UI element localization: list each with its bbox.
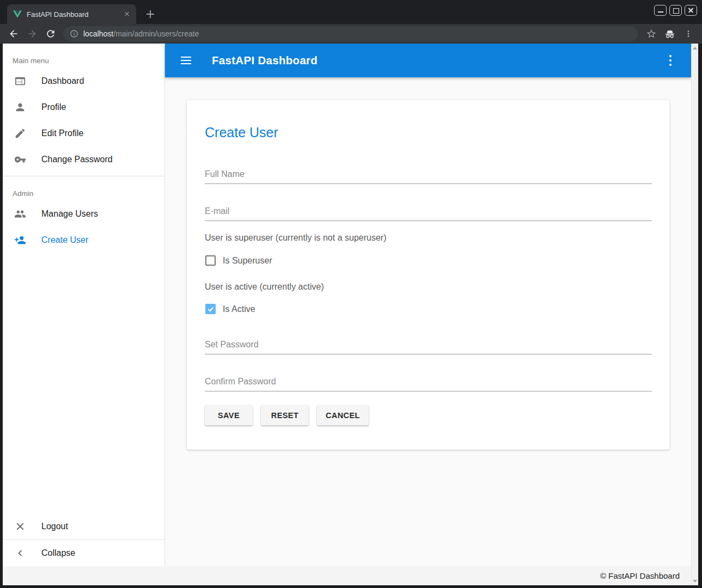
checkbox-checked-icon — [205, 304, 216, 314]
app-menu-button[interactable] — [664, 54, 677, 67]
reload-icon — [45, 28, 56, 39]
sidebar: Main menu Dashboard Profile Edit Profile — [3, 44, 165, 566]
active-hint: User is active (currently active) — [205, 282, 652, 292]
sidebar-item-create-user[interactable]: Create User — [3, 227, 164, 253]
sidebar-item-label: Collapse — [41, 548, 75, 558]
site-info-icon[interactable] — [70, 29, 78, 38]
checkbox-unchecked-icon — [205, 255, 216, 266]
tab-title: FastAPI Dashboard — [27, 10, 122, 19]
web-icon — [14, 75, 27, 88]
checkbox-label: Is Active — [223, 304, 255, 314]
email-field[interactable] — [205, 205, 652, 221]
tab-close-icon[interactable] — [122, 9, 132, 19]
sidebar-item-edit-profile[interactable]: Edit Profile — [3, 120, 164, 146]
sidebar-item-label: Dashboard — [41, 76, 84, 86]
incognito-icon — [664, 28, 676, 40]
browser-tab[interactable]: FastAPI Dashboard — [7, 4, 136, 24]
create-user-card: Create User User is superuser (currently… — [187, 100, 669, 450]
main-content: Create User User is superuser (currently… — [165, 77, 691, 566]
sidebar-item-label: Change Password — [41, 155, 113, 164]
scroll-down-arrow-icon[interactable] — [692, 578, 698, 584]
checkbox-label: Is Superuser — [223, 256, 272, 266]
set-password-field[interactable] — [205, 338, 652, 354]
pencil-icon — [14, 127, 27, 140]
sidebar-item-change-password[interactable]: Change Password — [3, 146, 164, 173]
page-title: Create User — [205, 124, 652, 140]
sidebar-item-profile[interactable]: Profile — [3, 94, 164, 120]
sidebar-bottom: Logout Collapse — [3, 513, 164, 566]
sidebar-item-label: Profile — [41, 102, 66, 112]
key-icon — [14, 153, 27, 166]
window-controls — [654, 5, 697, 16]
tab-strip: FastAPI Dashboard — [0, 0, 702, 24]
browser-toolbar: localhost/main/admin/users/create — [0, 24, 702, 44]
vue-favicon-icon — [13, 10, 22, 18]
sidebar-item-collapse[interactable]: Collapse — [3, 540, 164, 566]
close-icon — [14, 520, 27, 533]
page-content: FastAPI Dashboard Main menu Dashboard Pr… — [3, 44, 698, 585]
url-text: localhost/main/admin/users/create — [83, 29, 199, 38]
maximize-button[interactable] — [669, 5, 682, 16]
form-actions: SAVE RESET CANCEL — [205, 405, 652, 425]
url-host: localhost — [83, 29, 113, 38]
page-footer: © FastAPI Dashboard — [3, 566, 691, 585]
sidebar-item-manage-users[interactable]: Manage Users — [3, 201, 164, 227]
save-button[interactable]: SAVE — [205, 405, 253, 425]
browser-menu-button[interactable] — [681, 26, 696, 41]
minimize-button[interactable] — [654, 5, 667, 16]
sidebar-divider — [3, 176, 164, 176]
is-active-checkbox[interactable]: Is Active — [205, 304, 652, 314]
browser-window: FastAPI Dashboard localhost/main/admin/u… — [0, 0, 702, 588]
app-title: FastAPI Dashboard — [212, 54, 318, 67]
new-tab-button[interactable] — [143, 7, 157, 21]
scroll-up-arrow-icon[interactable] — [692, 45, 698, 51]
sidebar-item-label: Edit Profile — [41, 128, 83, 138]
star-icon — [646, 28, 657, 39]
people-icon — [14, 207, 27, 220]
sidebar-toggle-button[interactable] — [179, 54, 192, 67]
incognito-badge — [662, 26, 677, 41]
sidebar-item-dashboard[interactable]: Dashboard — [3, 68, 164, 94]
forward-button[interactable] — [25, 26, 40, 41]
sidebar-section-admin: Admin — [13, 189, 164, 198]
sidebar-item-label: Manage Users — [41, 209, 98, 219]
cancel-button[interactable]: CANCEL — [317, 405, 369, 425]
sidebar-section-main-menu: Main menu — [13, 57, 164, 65]
is-superuser-checkbox[interactable]: Is Superuser — [205, 255, 652, 266]
bookmark-button[interactable] — [644, 26, 659, 41]
person-icon — [14, 101, 27, 114]
back-button[interactable] — [6, 26, 21, 41]
forward-arrow-icon — [27, 28, 38, 39]
url-path: /main/admin/users/create — [113, 29, 199, 38]
copyright-text: © FastAPI Dashboard — [600, 571, 680, 580]
full-name-field[interactable] — [205, 168, 652, 184]
app-bar: FastAPI Dashboard — [165, 44, 691, 77]
superuser-hint: User is superuser (currently is not a su… — [205, 233, 652, 243]
sidebar-item-label: Create User — [41, 235, 88, 245]
close-window-button[interactable] — [685, 5, 697, 16]
vertical-scrollbar[interactable] — [691, 44, 698, 585]
reload-button[interactable] — [43, 26, 58, 41]
kebab-menu-icon — [683, 29, 693, 39]
url-bar[interactable]: localhost/main/admin/users/create — [63, 26, 638, 41]
back-arrow-icon — [8, 28, 19, 39]
person-add-icon — [14, 234, 27, 247]
sidebar-item-label: Logout — [41, 522, 68, 531]
chevron-left-icon — [14, 547, 27, 560]
confirm-password-field[interactable] — [205, 375, 652, 391]
reset-button[interactable]: RESET — [261, 405, 309, 425]
sidebar-item-logout[interactable]: Logout — [3, 513, 164, 540]
